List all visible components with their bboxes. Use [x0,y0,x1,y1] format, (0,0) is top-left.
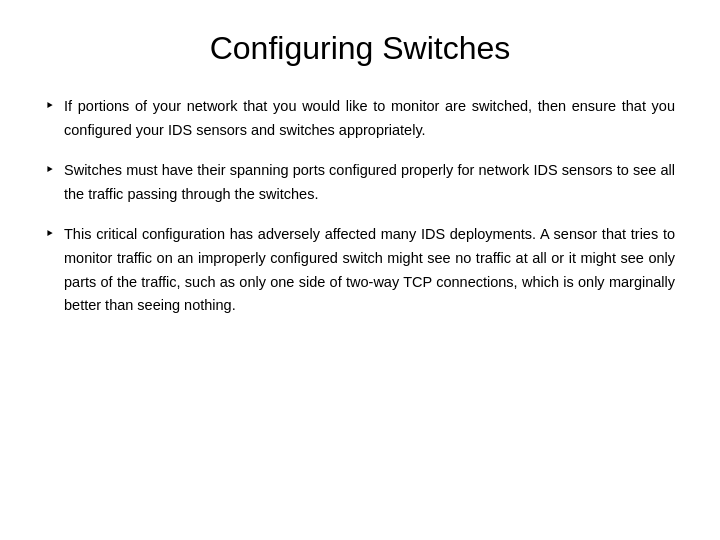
bullet-text-2: Switches must have their spanning ports … [64,159,675,207]
list-item: ‣ This critical configuration has advers… [45,223,675,319]
bullet-list: ‣ If portions of your network that you w… [45,95,675,318]
bullet-arrow-icon: ‣ [45,224,54,243]
list-item: ‣ Switches must have their spanning port… [45,159,675,207]
bullet-text-3: This critical configuration has adversel… [64,223,675,319]
bullet-arrow-icon: ‣ [45,96,54,115]
bullet-arrow-icon: ‣ [45,160,54,179]
page: Configuring Switches ‣ If portions of yo… [0,0,720,540]
bullet-text-1: If portions of your network that you wou… [64,95,675,143]
page-title: Configuring Switches [45,30,675,67]
list-item: ‣ If portions of your network that you w… [45,95,675,143]
